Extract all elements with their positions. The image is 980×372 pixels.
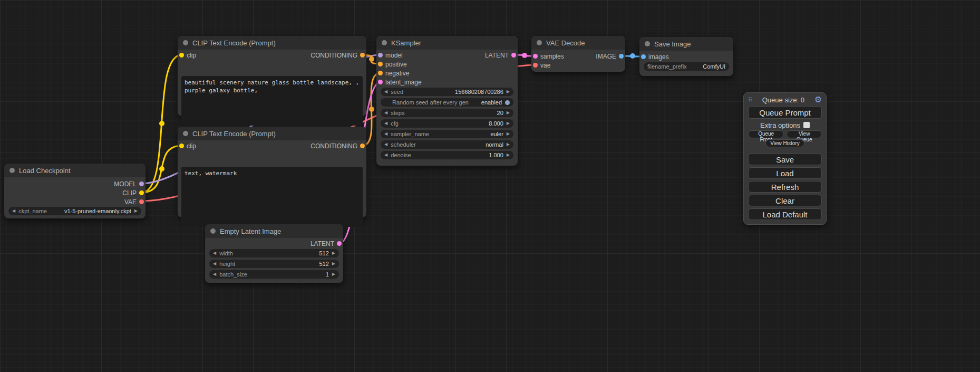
increment-arrow-icon[interactable]: ▶ (332, 262, 335, 266)
link-midpoint-dot[interactable] (369, 107, 374, 112)
collapse-dot-icon[interactable] (9, 168, 15, 173)
slot-model-output[interactable] (139, 182, 144, 186)
node-title-bar[interactable]: VAE Decode (531, 36, 625, 50)
node-title-bar[interactable]: CLIP Text Encode (Prompt) (178, 36, 366, 50)
negative-prompt-textarea[interactable]: text, watermark (181, 167, 363, 227)
positive-prompt-textarea[interactable]: beautiful scenery nature glass bottle la… (181, 76, 363, 126)
input-label-negative: negative (385, 70, 409, 77)
link-midpoint-dot[interactable] (159, 121, 164, 126)
settings-gear-icon[interactable]: ⚙ (814, 96, 822, 104)
queue-menu-panel[interactable]: ⠿ Queue size: 0 ⚙ Queue Prompt Extra opt… (743, 92, 827, 225)
increment-arrow-icon[interactable]: ▶ (507, 121, 510, 126)
decrement-arrow-icon[interactable]: ◀ (384, 132, 387, 136)
slot-vae-input[interactable] (533, 63, 538, 68)
collapse-dot-icon[interactable] (183, 131, 188, 136)
ckpt-name-widget[interactable]: ◀ ckpt_name v1-5-pruned-emaonly.ckpt ▶ (8, 207, 141, 215)
filename-prefix-widget[interactable]: filename_prefix ComfyUI (644, 62, 729, 71)
slot-latent-image-input[interactable] (378, 80, 383, 84)
input-label-clip: clip (187, 52, 196, 59)
decrement-arrow-icon[interactable]: ◀ (213, 251, 216, 255)
decrement-arrow-icon[interactable]: ◀ (384, 153, 387, 157)
slot-clip-input[interactable] (179, 144, 184, 148)
increment-arrow-icon[interactable]: ▶ (134, 209, 138, 213)
decrement-arrow-icon[interactable]: ◀ (384, 142, 387, 147)
node-title-bar[interactable]: Load Checkpoint (4, 164, 145, 177)
decrement-arrow-icon[interactable]: ◀ (384, 111, 387, 115)
increment-arrow-icon[interactable]: ▶ (332, 251, 335, 255)
increment-arrow-icon[interactable]: ▶ (507, 142, 510, 147)
node-load-checkpoint[interactable]: Load Checkpoint MODEL CLIP VAE ◀ ckpt_na… (4, 164, 145, 218)
clear-button[interactable]: Clear (748, 195, 822, 206)
link-midpoint-dot[interactable] (630, 53, 635, 59)
node-empty-latent-image[interactable]: Empty Latent Image LATENT ◀ width 512 ▶ … (205, 224, 343, 283)
queue-prompt-button[interactable]: Queue Prompt (748, 106, 822, 119)
widget-label: batch_size (219, 271, 247, 278)
sampler-name-widget[interactable]: ◀ sampler_name euler ▶ (381, 130, 513, 138)
scheduler-widget[interactable]: ◀ scheduler normal ▶ (381, 140, 513, 149)
link-midpoint-dot[interactable] (522, 53, 527, 58)
batch-size-widget[interactable]: ◀ batch_size 1 ▶ (209, 270, 339, 279)
steps-widget[interactable]: ◀ steps 20 ▶ (381, 109, 513, 117)
slot-conditioning-output[interactable] (360, 144, 365, 148)
extra-options-checkbox[interactable] (803, 122, 810, 128)
slot-clip-input[interactable] (179, 53, 184, 58)
decrement-arrow-icon[interactable]: ◀ (384, 90, 387, 94)
widget-label: denoise (391, 152, 411, 158)
save-button[interactable]: Save (748, 154, 822, 165)
node-clip-text-encode-positive[interactable]: CLIP Text Encode (Prompt) clip CONDITION… (178, 36, 366, 116)
node-title-bar[interactable]: Save Image (639, 37, 733, 51)
increment-arrow-icon[interactable]: ▶ (507, 90, 510, 94)
output-label-vae: VAE (124, 198, 137, 206)
increment-arrow-icon[interactable]: ▶ (507, 132, 510, 136)
collapse-dot-icon[interactable] (382, 40, 387, 45)
load-button[interactable]: Load (748, 167, 822, 179)
decrement-arrow-icon[interactable]: ◀ (12, 209, 15, 213)
seed-widget[interactable]: ◀ seed 156680208700286 ▶ (381, 88, 513, 96)
link-midpoint-dot[interactable] (159, 166, 164, 171)
slot-positive-input[interactable] (378, 62, 383, 66)
increment-arrow-icon[interactable]: ▶ (507, 111, 510, 115)
link-midpoint-dot[interactable] (369, 56, 374, 62)
height-widget[interactable]: ◀ height 512 ▶ (209, 260, 339, 268)
slot-vae-output[interactable] (139, 199, 144, 204)
slot-conditioning-output[interactable] (360, 53, 365, 58)
slot-images-input[interactable] (641, 54, 646, 59)
width-widget[interactable]: ◀ width 512 ▶ (209, 249, 339, 257)
node-save-image[interactable]: Save Image images filename_prefix ComfyU… (639, 37, 733, 76)
load-default-button[interactable]: Load Default (748, 208, 822, 220)
collapse-dot-icon[interactable] (537, 40, 542, 45)
view-history-button[interactable]: View History (765, 139, 804, 147)
drag-handle-icon[interactable]: ⠿ (748, 97, 752, 103)
node-ksampler[interactable]: KSampler LATENT model positive negative (376, 36, 518, 166)
view-queue-button[interactable]: View Queue (787, 130, 822, 138)
slot-clip-output[interactable] (139, 190, 144, 195)
slot-negative-input[interactable] (378, 71, 383, 75)
increment-arrow-icon[interactable]: ▶ (332, 272, 335, 276)
slot-image-output[interactable] (619, 54, 624, 59)
decrement-arrow-icon[interactable]: ◀ (213, 262, 216, 266)
collapse-dot-icon[interactable] (183, 40, 188, 45)
node-title-bar[interactable]: KSampler (376, 36, 518, 50)
increment-arrow-icon[interactable]: ▶ (507, 153, 510, 157)
slot-model-input[interactable] (378, 53, 383, 58)
node-title-bar[interactable]: Empty Latent Image (205, 224, 343, 238)
random-seed-toggle-widget[interactable]: Random seed after every gen enabled (381, 98, 513, 107)
input-label-model: model (385, 52, 403, 59)
collapse-dot-icon[interactable] (645, 41, 650, 46)
slot-latent-output[interactable] (337, 241, 342, 246)
slot-latent-output[interactable] (511, 53, 516, 58)
decrement-arrow-icon[interactable]: ◀ (213, 272, 216, 276)
denoise-widget[interactable]: ◀ denoise 1.000 ▶ (381, 151, 513, 159)
queue-front-button[interactable]: Queue Front (748, 130, 784, 138)
widget-value: enabled (481, 99, 502, 106)
refresh-button[interactable]: Refresh (748, 181, 822, 193)
node-title-bar[interactable]: CLIP Text Encode (Prompt) (178, 127, 366, 140)
slot-samples-input[interactable] (533, 54, 538, 59)
node-vae-decode[interactable]: VAE Decode IMAGE samples vae (531, 36, 625, 72)
toggle-indicator-icon[interactable] (505, 100, 510, 105)
comfyui-canvas[interactable]: { "colors": { "model": "#B39DDB", "clip"… (0, 0, 980, 372)
collapse-dot-icon[interactable] (210, 228, 216, 234)
cfg-widget[interactable]: ◀ cfg 8.000 ▶ (381, 119, 513, 128)
decrement-arrow-icon[interactable]: ◀ (384, 121, 387, 126)
node-clip-text-encode-negative[interactable]: CLIP Text Encode (Prompt) clip CONDITION… (178, 127, 366, 217)
